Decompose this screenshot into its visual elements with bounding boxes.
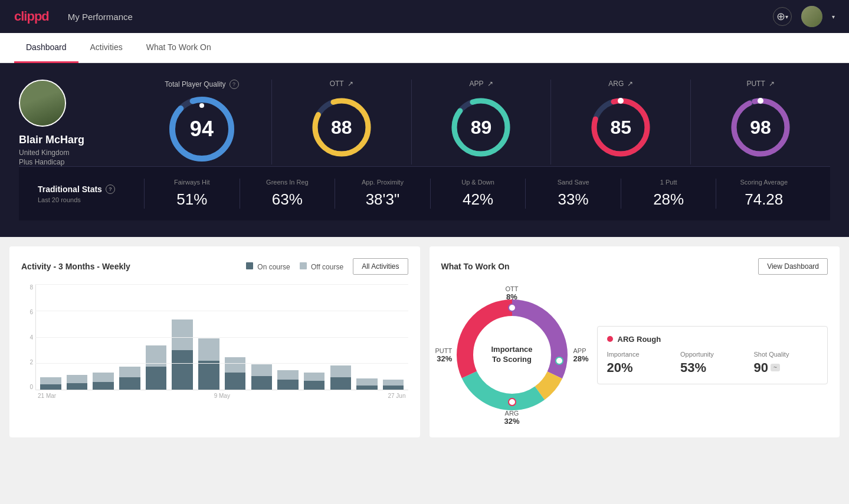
- app-label: APP: [469, 80, 483, 88]
- bar-group: [65, 284, 90, 390]
- bar-on-course: [330, 377, 351, 390]
- stat-fairways-hit: Fairways Hit 51%: [144, 179, 240, 209]
- bar-off-course: [172, 319, 192, 350]
- donut-chart-wrap: ImportanceTo Scoring OTT 8% APP 28% ARG …: [441, 284, 583, 426]
- info-card-panel: ARG Rough Importance 20% Opportunity: [597, 326, 828, 384]
- info-importance: Importance 20%: [607, 351, 671, 375]
- shot-quality-badge: ~: [771, 364, 780, 371]
- bar-group: [355, 284, 379, 390]
- player-avatar: [19, 80, 66, 127]
- svg-point-18: [509, 304, 516, 311]
- bar-off-course: [198, 338, 219, 361]
- putt-value: 98: [750, 117, 771, 139]
- tab-what-to-work-on[interactable]: What To Work On: [135, 33, 223, 63]
- bar-group: [249, 284, 274, 390]
- bar-off-course: [304, 373, 324, 381]
- plus-icon: ⊕: [776, 10, 785, 23]
- info-dot-icon: [607, 336, 613, 342]
- nav-tabs: Dashboard Activities What To Work On: [0, 33, 849, 63]
- svg-point-20: [509, 398, 516, 406]
- label-ott: OTT 8%: [506, 285, 519, 301]
- logo: clippd: [14, 9, 49, 24]
- metric-total: Total Player Quality ? 94: [132, 80, 271, 164]
- bar-on-course: [172, 350, 192, 390]
- user-avatar[interactable]: [801, 6, 822, 27]
- bar-off-course: [225, 357, 245, 373]
- label-arg: ARG 32%: [504, 410, 519, 426]
- arg-value: 85: [610, 117, 631, 139]
- donut-center-text: ImportanceTo Scoring: [491, 345, 532, 365]
- total-quality-label: Total Player Quality: [165, 80, 225, 88]
- metric-app: APP ↗ 89: [411, 80, 551, 164]
- bar-group: [302, 284, 327, 390]
- bar-on-course: [304, 381, 324, 390]
- player-handicap: Plus Handicap: [19, 158, 113, 166]
- work-on-title: What To Work On: [441, 262, 510, 271]
- work-on-card: What To Work On View Dashboard: [430, 246, 840, 437]
- add-button[interactable]: ⊕ ▾: [773, 7, 792, 26]
- activity-card-header: Activity - 3 Months - Weekly On course O…: [21, 258, 408, 275]
- legend-off-course: Off course: [300, 262, 343, 271]
- bar-off-course: [67, 375, 87, 383]
- metrics-section: Total Player Quality ? 94 OTT ↗: [132, 80, 830, 164]
- tab-activities[interactable]: Activities: [78, 33, 135, 63]
- off-course-swatch: [300, 262, 307, 269]
- help-icon[interactable]: ?: [230, 80, 239, 89]
- bar-on-course: [93, 382, 113, 390]
- arg-arrow-icon: ↗: [627, 80, 633, 88]
- header-title: My Performance: [68, 12, 773, 22]
- chart-legend: On course Off course: [246, 262, 343, 271]
- bar-off-course: [356, 378, 377, 386]
- chart-area: 21 Mar 9 May 27 Jun: [35, 284, 408, 402]
- legend-on-course: On course: [246, 262, 290, 271]
- work-on-header: What To Work On View Dashboard: [441, 258, 828, 275]
- tab-dashboard[interactable]: Dashboard: [14, 33, 78, 63]
- app-arrow-icon: ↗: [487, 80, 493, 88]
- bars-container: [35, 284, 408, 390]
- ott-value: 88: [331, 117, 352, 139]
- bar-group: [144, 284, 169, 390]
- gauge-ott: 88: [309, 95, 374, 160]
- y-axis: 8 6 4 2 0: [21, 284, 35, 402]
- trad-help-icon[interactable]: ?: [106, 185, 115, 194]
- player-info: Blair McHarg United Kingdom Plus Handica…: [19, 80, 113, 166]
- bar-on-course: [383, 386, 404, 390]
- info-card-title: ARG Rough: [607, 335, 818, 344]
- bar-on-course: [67, 383, 87, 390]
- bar-off-course: [277, 370, 298, 380]
- bar-group: [328, 284, 353, 390]
- bar-on-course: [198, 361, 219, 390]
- bar-off-course: [251, 364, 272, 376]
- bar-on-course: [119, 377, 140, 390]
- player-section: Blair McHarg United Kingdom Plus Handica…: [19, 80, 830, 166]
- bar-off-course: [40, 377, 61, 384]
- bar-on-course: [225, 373, 245, 390]
- all-activities-button[interactable]: All Activities: [353, 258, 408, 275]
- bottom-section: Activity - 3 Months - Weekly On course O…: [0, 237, 849, 447]
- metric-putt: PUTT ↗ 98: [690, 80, 830, 164]
- metric-arg: ARG ↗ 85: [550, 80, 690, 164]
- ott-label: OTT: [330, 80, 344, 88]
- x-label-mar: 21 Mar: [38, 393, 56, 399]
- player-name: Blair McHarg: [19, 134, 113, 146]
- svg-point-2: [199, 103, 204, 108]
- activity-chart-title: Activity - 3 Months - Weekly: [21, 262, 130, 271]
- bar-off-course: [93, 373, 113, 382]
- chevron-down-icon: ▾: [785, 14, 788, 20]
- bar-off-course: [383, 380, 404, 386]
- info-card: ARG Rough Importance 20% Opportunity: [597, 326, 828, 384]
- bar-group: [170, 284, 195, 390]
- trad-stats-subtitle: Last 20 rounds: [38, 196, 144, 203]
- bar-on-course: [40, 384, 61, 390]
- player-country: United Kingdom: [19, 149, 113, 157]
- bar-group: [91, 284, 116, 390]
- label-putt: PUTT 32%: [435, 347, 453, 363]
- bar-off-course: [119, 367, 140, 377]
- x-label-jun: 27 Jun: [388, 393, 405, 399]
- work-on-content: ImportanceTo Scoring OTT 8% APP 28% ARG …: [441, 284, 828, 426]
- svg-point-19: [556, 357, 563, 364]
- stat-up-down: Up & Down 42%: [430, 179, 526, 209]
- bar-group: [38, 284, 63, 390]
- bar-off-course: [330, 365, 351, 377]
- view-dashboard-button[interactable]: View Dashboard: [758, 258, 828, 275]
